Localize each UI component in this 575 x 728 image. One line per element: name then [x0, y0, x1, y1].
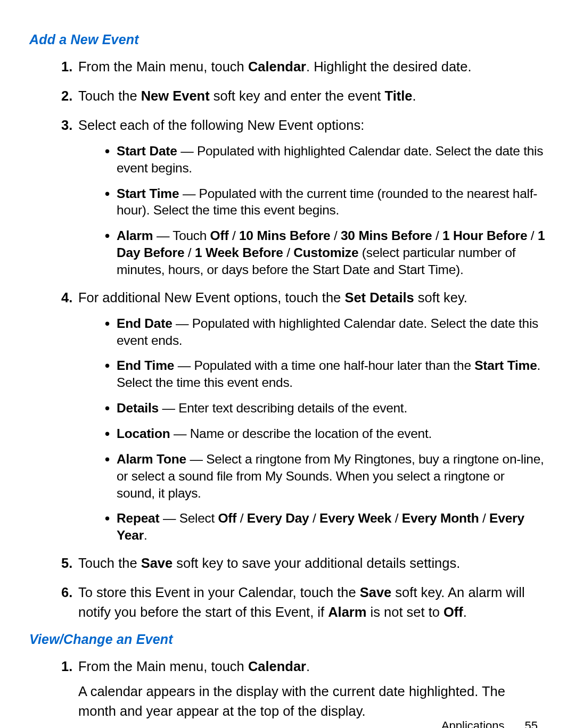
bold: Calendar [248, 59, 306, 74]
manual-page: Add a New Event 1. From the Main menu, t… [0, 0, 575, 728]
step-text: . Highlight the desired date. [306, 59, 471, 74]
sep: / [330, 228, 341, 243]
sep: / [309, 511, 320, 525]
bold: 10 Mins Before [239, 228, 330, 243]
step-text: From the Main menu, touch [78, 59, 248, 74]
option-label: Location [117, 426, 170, 441]
bold: Alarm [328, 605, 366, 619]
step-number: 4. [61, 288, 72, 308]
option-start-time: Start Time — Populated with the current … [105, 185, 546, 219]
step-3: 3. Select each of the following New Even… [61, 115, 546, 278]
step-number: 1. [61, 57, 72, 77]
step-text: From the Main menu, touch [78, 659, 248, 674]
option-text: — Populated with a time one half-hour la… [174, 358, 474, 373]
bold: Off [210, 228, 229, 243]
step-text: To store this Event in your Calendar, to… [78, 585, 360, 600]
option-alarm: Alarm — Touch Off / 10 Mins Before / 30 … [105, 227, 546, 278]
step-number: 5. [61, 553, 72, 573]
step-number: 1. [61, 657, 72, 676]
bold: Customize [293, 245, 358, 260]
page-footer: Applications55 [441, 719, 538, 728]
bold: 1 Week Before [195, 245, 283, 260]
option-text: — Select [160, 511, 218, 525]
step-6: 6. To store this Event in your Calendar,… [61, 583, 546, 622]
option-label: Start Time [117, 186, 179, 201]
bold: Every Day [247, 511, 309, 525]
footer-section: Applications [441, 719, 505, 728]
option-label: Details [117, 401, 159, 415]
sep: / [391, 511, 402, 525]
step-text: Touch the [78, 88, 141, 103]
step-number: 6. [61, 583, 72, 602]
bold: Save [141, 556, 173, 570]
option-label: Alarm Tone [117, 452, 186, 466]
option-text: — Enter text describing details of the e… [159, 401, 407, 415]
new-event-options: Start Date — Populated with highlighted … [78, 143, 546, 278]
bold: Set Details [344, 290, 414, 305]
option-location: Location — Name or describe the location… [105, 425, 546, 442]
step-1: 1. From the Main menu, touch Calendar. H… [61, 57, 546, 77]
option-text: . [144, 528, 147, 542]
sep: / [479, 511, 490, 525]
option-text: — Populated with the current time (round… [117, 186, 537, 218]
step-5: 5. Touch the Save soft key to save your … [61, 553, 546, 573]
option-text: — Populated with highlighted Calendar da… [117, 316, 538, 348]
step-4: 4. For additional New Event options, tou… [61, 288, 546, 544]
step-text: is not set to [366, 605, 443, 619]
sep: / [283, 245, 294, 260]
step-text: . [412, 88, 416, 103]
option-start-date: Start Date — Populated with highlighted … [105, 143, 546, 177]
bold: 30 Mins Before [341, 228, 432, 243]
option-label: Start Date [117, 144, 177, 158]
option-end-time: End Time — Populated with a time one hal… [105, 357, 546, 391]
option-details: Details — Enter text describing details … [105, 400, 546, 417]
sep: / [236, 511, 247, 525]
step-text: soft key to save your additional details… [172, 556, 460, 570]
option-repeat: Repeat — Select Off / Every Day / Every … [105, 510, 546, 544]
heading-view-change-event: View/Change an Event [29, 632, 546, 647]
add-event-steps: 1. From the Main menu, touch Calendar. H… [29, 57, 546, 622]
step-text: Select each of the following New Event o… [78, 118, 364, 133]
option-alarm-tone: Alarm Tone — Select a ringtone from My R… [105, 451, 546, 502]
sep: / [432, 228, 442, 243]
bold: Every Month [402, 511, 479, 525]
bold: New Event [141, 88, 210, 103]
sep: / [184, 245, 195, 260]
bold: Title [385, 88, 413, 103]
step-2: 2. Touch the New Event soft key and ente… [61, 86, 546, 106]
option-end-date: End Date — Populated with highlighted Ca… [105, 315, 546, 349]
bold: Start Time [474, 358, 537, 373]
option-text: — Name or describe the location of the e… [170, 426, 431, 441]
view-event-steps: 1. From the Main menu, touch Calendar. A… [29, 657, 546, 721]
step-text: Touch the [78, 556, 141, 570]
heading-add-new-event: Add a New Event [29, 32, 546, 47]
step-1: 1. From the Main menu, touch Calendar. A… [61, 657, 546, 721]
option-text: — Touch [153, 228, 210, 243]
step-text: . [306, 659, 310, 674]
option-label: Repeat [117, 511, 160, 525]
step-text: soft key. [414, 290, 467, 305]
step-number: 2. [61, 86, 72, 106]
step-number: 3. [61, 115, 72, 135]
step-text: For additional New Event options, touch … [78, 290, 344, 305]
option-text: — Populated with highlighted Calendar da… [117, 144, 543, 175]
step-text: . [463, 605, 467, 619]
option-label: End Time [117, 358, 174, 373]
option-label: End Date [117, 316, 172, 330]
bold: Off [218, 511, 237, 525]
option-label: Alarm [117, 228, 153, 243]
bold: 1 Hour Before [442, 228, 527, 243]
bold: Calendar [248, 659, 306, 674]
bold: Every Week [319, 511, 391, 525]
sep: / [228, 228, 239, 243]
step-text: soft key and enter the event [210, 88, 385, 103]
set-details-options: End Date — Populated with highlighted Ca… [78, 315, 546, 544]
bold: Off [443, 605, 463, 619]
footer-page-number: 55 [525, 719, 538, 728]
step-description: A calendar appears in the display with t… [78, 682, 546, 721]
sep: / [527, 228, 538, 243]
bold: Save [360, 585, 392, 600]
